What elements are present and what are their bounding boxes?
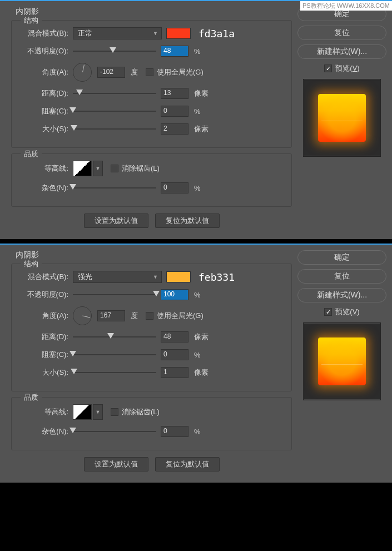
angle-input[interactable]: 167 (97, 310, 125, 321)
preview-icon (318, 337, 366, 385)
size-input[interactable]: 2 (161, 123, 188, 135)
preview-label: 预览(V) (335, 307, 359, 317)
choke-slider[interactable] (73, 105, 156, 117)
make-default-button[interactable]: 设置为默认值 (84, 214, 148, 228)
angle-dial[interactable] (73, 63, 92, 82)
preview-thumbnail (303, 79, 381, 157)
noise-slider[interactable] (73, 425, 156, 438)
contour-label: 等高线: (17, 163, 68, 173)
unit-label: % (194, 47, 201, 56)
noise-label: 杂色(N): (17, 426, 68, 436)
choke-slider[interactable] (73, 349, 156, 361)
color-annotation: feb331 (199, 271, 235, 283)
antialias-label: 消除锯齿(L) (122, 163, 160, 173)
preview-thumbnail (303, 322, 381, 400)
blend-color-swatch[interactable] (166, 28, 191, 39)
distance-label: 距离(D): (17, 332, 68, 342)
noise-slider[interactable] (73, 182, 156, 194)
blend-color-swatch[interactable] (166, 271, 191, 282)
noise-input[interactable]: 0 (161, 182, 188, 193)
distance-label: 距离(D): (17, 88, 68, 98)
unit-label: % (194, 291, 201, 299)
new-style-button[interactable]: 新建样式(W)... (297, 288, 386, 302)
angle-dial[interactable] (73, 306, 92, 325)
global-light-checkbox[interactable] (146, 68, 153, 76)
opacity-input[interactable]: 100 (161, 289, 188, 300)
size-input[interactable]: 1 (161, 367, 188, 378)
distance-input[interactable]: 48 (161, 331, 188, 342)
quality-group: 品质等高线:▼消除锯齿(L)杂色(N):0% (11, 153, 292, 207)
reset-button[interactable]: 复位 (297, 269, 386, 284)
size-slider[interactable] (73, 366, 156, 379)
unit-label: % (194, 351, 201, 359)
layer-style-panel: 内阴影结构混合模式(B):强光▼feb331不透明度(O):100%角度(A):… (0, 244, 392, 483)
effect-title: 内阴影 (16, 7, 292, 17)
distance-slider[interactable] (73, 87, 156, 100)
color-annotation: fd3a1a (199, 28, 235, 39)
structure-legend: 结构 (21, 16, 42, 26)
reset-default-button[interactable]: 复位为默认值 (155, 457, 220, 471)
blend-mode-select[interactable]: 正常▼ (73, 27, 162, 39)
quality-group: 品质等高线:▼消除锯齿(L)杂色(N):0% (11, 397, 292, 450)
chevron-down-icon: ▼ (153, 274, 158, 280)
unit-label: % (194, 428, 201, 436)
unit-label: 像素 (194, 368, 209, 378)
quality-legend: 品质 (21, 149, 42, 159)
make-default-button[interactable]: 设置为默认值 (84, 457, 148, 471)
preview-label: 预览(V) (335, 63, 359, 73)
watermark: PS教程论坛 WWW.16XX8.COM (300, 1, 392, 11)
contour-swatch[interactable] (73, 404, 92, 420)
choke-input[interactable]: 0 (161, 106, 188, 117)
noise-input[interactable]: 0 (161, 426, 188, 437)
global-light-label: 使用全局光(G) (157, 67, 204, 77)
unit-label: 度 (131, 311, 138, 321)
angle-input[interactable]: -102 (97, 67, 125, 78)
size-label: 大小(S): (17, 124, 68, 134)
unit-label: 像素 (194, 124, 209, 134)
contour-dropdown[interactable]: ▼ (93, 161, 103, 176)
unit-label: 像素 (194, 88, 209, 98)
contour-swatch[interactable] (73, 161, 92, 176)
choke-label: 阻塞(C): (17, 350, 68, 360)
quality-legend: 品质 (21, 393, 42, 403)
chevron-down-icon: ▼ (153, 31, 158, 36)
reset-default-button[interactable]: 复位为默认值 (155, 214, 220, 228)
reset-button[interactable]: 复位 (297, 26, 386, 40)
antialias-label: 消除锯齿(L) (122, 407, 160, 417)
layer-style-panel: PS教程论坛 WWW.16XX8.COM内阴影结构混合模式(B):正常▼fd3a… (0, 0, 392, 239)
blend-mode-select[interactable]: 强光▼ (73, 271, 162, 283)
blend-mode-label: 混合模式(B): (17, 28, 68, 38)
preview-icon (318, 94, 366, 142)
unit-label: % (194, 184, 201, 192)
opacity-slider[interactable] (73, 45, 156, 57)
size-slider[interactable] (73, 123, 156, 135)
distance-slider[interactable] (73, 331, 156, 343)
opacity-label: 不透明度(O): (17, 46, 68, 56)
angle-label: 角度(A): (17, 67, 68, 77)
unit-label: 像素 (194, 332, 209, 342)
new-style-button[interactable]: 新建样式(W)... (297, 44, 386, 59)
preview-checkbox[interactable] (324, 64, 332, 72)
global-light-checkbox[interactable] (146, 312, 153, 320)
ok-button[interactable]: 确定 (297, 250, 386, 265)
opacity-slider[interactable] (73, 289, 156, 301)
antialias-checkbox[interactable] (111, 165, 118, 172)
opacity-label: 不透明度(O): (17, 290, 68, 300)
structure-legend: 结构 (21, 259, 42, 269)
unit-label: 度 (131, 67, 138, 77)
opacity-input[interactable]: 48 (161, 46, 188, 57)
blend-mode-label: 混合模式(B): (17, 272, 68, 282)
choke-label: 阻塞(C): (17, 106, 68, 116)
preview-checkbox[interactable] (324, 308, 332, 316)
antialias-checkbox[interactable] (111, 408, 118, 416)
unit-label: % (194, 107, 201, 116)
noise-label: 杂色(N): (17, 183, 68, 193)
contour-dropdown[interactable]: ▼ (93, 404, 103, 420)
size-label: 大小(S): (17, 368, 68, 378)
structure-group: 结构混合模式(B):强光▼feb331不透明度(O):100%角度(A):167… (11, 264, 292, 391)
distance-input[interactable]: 13 (161, 88, 188, 99)
contour-label: 等高线: (17, 407, 68, 417)
choke-input[interactable]: 0 (161, 349, 188, 360)
angle-label: 角度(A): (17, 311, 68, 321)
global-light-label: 使用全局光(G) (157, 311, 204, 321)
